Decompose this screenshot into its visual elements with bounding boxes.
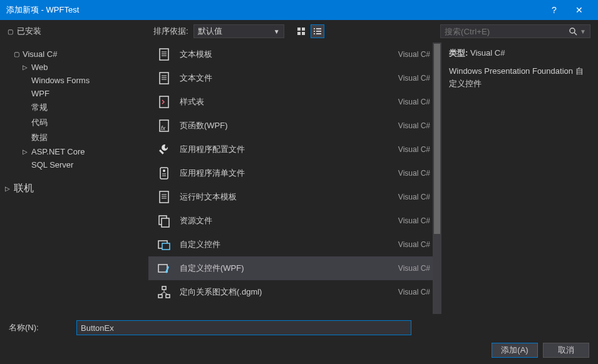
- tree-item[interactable]: ▢Visual C#: [5, 48, 143, 61]
- window-title: 添加新项 - WPFTest: [6, 4, 542, 16]
- tree-item[interactable]: SQL Server: [5, 158, 143, 171]
- copy-icon: [156, 213, 172, 229]
- template-item[interactable]: 文本模板Visual C#: [148, 43, 438, 66]
- svg-point-10: [570, 28, 575, 33]
- svg-rect-38: [158, 295, 162, 298]
- svg-rect-2: [297, 32, 301, 35]
- template-language: Visual C#: [398, 121, 430, 130]
- tree-label: 常规: [31, 102, 48, 113]
- svg-rect-3: [302, 32, 305, 35]
- template-language: Visual C#: [398, 264, 430, 273]
- tree-label: Web: [31, 63, 48, 72]
- template-name: 定向关系图文档(.dgml): [180, 286, 391, 298]
- template-language: Visual C#: [398, 50, 430, 59]
- help-button[interactable]: ?: [542, 5, 567, 15]
- template-language: Visual C#: [398, 145, 430, 154]
- installed-heading[interactable]: ▢ 已安装: [8, 26, 148, 37]
- template-item[interactable]: 文本文件Visual C#: [148, 66, 438, 90]
- tree-item[interactable]: 常规: [5, 100, 143, 115]
- template-item[interactable]: 应用程序清单文件Visual C#: [148, 161, 438, 185]
- tree-item[interactable]: Windows Forms: [5, 74, 143, 87]
- svg-text:fx: fx: [161, 125, 166, 131]
- tree-label: ASP.NET Core: [31, 147, 85, 156]
- svg-rect-8: [314, 33, 315, 34]
- sort-dropdown[interactable]: 默认值 ▼: [193, 24, 284, 38]
- doc-icon: [156, 70, 172, 86]
- svg-line-11: [574, 33, 577, 35]
- svg-rect-28: [160, 191, 168, 203]
- name-input[interactable]: [76, 320, 411, 335]
- header-row: ▢ 已安装 排序依据: 默认值 ▼: [0, 20, 598, 43]
- tree-label: 代码: [31, 117, 48, 128]
- template-name: 应用程序配置文件: [180, 144, 391, 155]
- chevron-right-icon: ▷: [23, 148, 31, 155]
- online-heading[interactable]: ▷ 联机: [5, 180, 143, 197]
- template-item[interactable]: 资源文件Visual C#: [148, 209, 438, 233]
- list-view-button[interactable]: [311, 24, 324, 38]
- bottom-bar: 名称(N): 添加(A) 取消: [0, 314, 598, 364]
- manifest-icon: [156, 165, 172, 181]
- template-name: 文本模板: [180, 49, 391, 60]
- template-item[interactable]: 样式表Visual C#: [148, 90, 438, 114]
- view-toggle: [294, 24, 324, 38]
- template-item[interactable]: 应用程序配置文件Visual C#: [148, 138, 438, 161]
- type-label: 类型:: [449, 48, 468, 58]
- svg-rect-16: [160, 73, 168, 84]
- add-button[interactable]: 添加(A): [492, 343, 538, 358]
- template-item[interactable]: 自定义控件Visual C#: [148, 233, 438, 256]
- name-row: 名称(N):: [9, 320, 589, 335]
- template-item[interactable]: 运行时文本模板Visual C#: [148, 185, 438, 209]
- scrollbar[interactable]: [433, 43, 441, 314]
- svg-rect-0: [297, 28, 301, 31]
- svg-rect-37: [162, 286, 166, 290]
- customwpf-icon: [156, 260, 172, 276]
- tree-item[interactable]: ▷Web: [5, 61, 143, 74]
- button-row: 添加(A) 取消: [9, 343, 589, 358]
- installed-label: 已安装: [17, 26, 41, 37]
- chevron-down-icon: ▼: [274, 28, 280, 35]
- tree-item[interactable]: 数据: [5, 130, 143, 145]
- template-name: 样式表: [180, 96, 391, 108]
- doc-icon: [156, 46, 172, 63]
- dialog-window: 添加新项 - WPFTest ? ✕ ▢ 已安装 排序依据: 默认值 ▼: [0, 0, 598, 364]
- template-pane: 文本模板Visual C#文本文件Visual C#样式表Visual C#fx…: [148, 43, 441, 314]
- sort-controls: 排序依据: 默认值 ▼: [153, 24, 590, 38]
- svg-rect-5: [316, 28, 321, 29]
- tree-item[interactable]: WPF: [5, 87, 143, 100]
- template-item[interactable]: 定向关系图文档(.dgml)Visual C#: [148, 280, 438, 304]
- svg-rect-33: [162, 218, 169, 227]
- grid-view-button[interactable]: [294, 24, 308, 38]
- titlebar: 添加新项 - WPFTest ? ✕: [0, 0, 598, 20]
- category-tree: ▢Visual C#▷WebWindows FormsWPF常规代码数据▷ASP…: [0, 43, 148, 314]
- tree-label: 数据: [31, 132, 48, 143]
- search-input[interactable]: [445, 27, 569, 36]
- template-language: Visual C#: [398, 193, 430, 201]
- search-dropdown-icon[interactable]: ▼: [580, 28, 586, 35]
- template-name: 文本文件: [180, 73, 391, 84]
- online-label: 联机: [14, 182, 34, 195]
- template-item[interactable]: 自定义控件(WPF)Visual C#: [148, 256, 438, 280]
- type-value: Visual C#: [470, 48, 505, 58]
- preview-pane: 类型: Visual C# Windows Presentation Found…: [441, 43, 598, 314]
- chevron-down-icon: ▢: [14, 51, 23, 58]
- tree-item[interactable]: ▷ASP.NET Core: [5, 145, 143, 158]
- tree-label: WPF: [31, 89, 49, 98]
- grid-icon: [297, 27, 306, 36]
- search-box[interactable]: ▼: [440, 24, 590, 38]
- chevron-down-icon: ▢: [8, 28, 13, 35]
- svg-rect-4: [314, 28, 315, 29]
- svg-rect-24: [160, 168, 168, 179]
- svg-rect-9: [316, 33, 321, 34]
- tree-label: Visual C#: [23, 49, 57, 59]
- style-icon: [156, 94, 172, 110]
- scroll-thumb[interactable]: [434, 44, 440, 234]
- dialog-body: ▢ 已安装 排序依据: 默认值 ▼: [0, 20, 598, 364]
- search-icon: [569, 27, 577, 36]
- close-button[interactable]: ✕: [567, 5, 592, 15]
- tree-label: SQL Server: [31, 160, 73, 169]
- cancel-button[interactable]: 取消: [543, 343, 589, 358]
- template-name: 自定义控件(WPF): [180, 263, 391, 274]
- tree-item[interactable]: 代码: [5, 115, 143, 130]
- template-name: 资源文件: [180, 215, 391, 226]
- template-item[interactable]: fx页函数(WPF)Visual C#: [148, 114, 438, 138]
